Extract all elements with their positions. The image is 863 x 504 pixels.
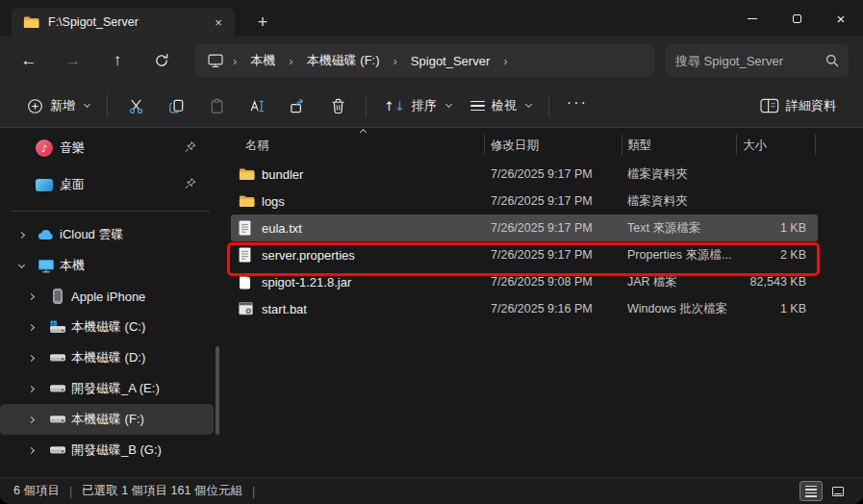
cut-button[interactable] [115,88,156,123]
desktop-icon [35,179,54,191]
sidebar-item-label: 本機磁碟 (D:) [71,349,145,366]
view-button[interactable]: 檢視 [461,88,541,123]
forward-button[interactable]: → [56,43,90,78]
navigation-bar: ← → ↑ › 本機 › 本機磁碟 (F:) › Spigot_Server › [0,37,863,85]
delete-button[interactable] [317,88,358,123]
chevron-right-icon[interactable] [23,412,38,427]
sidebar-item-drive-c[interactable]: 本機磁碟 (C:) [0,312,214,342]
breadcrumb-separator: › [392,54,399,68]
details-pane-icon [760,98,779,113]
breadcrumb-spigot-server[interactable]: Spigot_Server [403,51,497,71]
share-icon [289,97,307,115]
pin-icon[interactable] [185,141,196,156]
content-area: ♪ 音樂 桌面 iCloud 雲碟 本機 [0,128,863,477]
large-icons-view-button[interactable] [826,481,850,501]
column-divider[interactable] [622,135,622,155]
sidebar-item-drive-f[interactable]: 本機磁碟 (F:) [0,404,214,435]
chevron-right-icon[interactable] [23,381,38,396]
file-row-bundler[interactable]: bundler 7/26/2025 9:17 PM 檔案資料夾 [231,161,818,188]
sidebar-item-desktop[interactable]: 桌面 [0,166,214,203]
rename-button[interactable] [237,88,277,123]
sidebar-item-label: iCloud 雲碟 [60,226,123,243]
batch-file-icon [239,302,262,315]
maximize-icon [793,14,801,23]
tab-close-button[interactable]: × [208,12,229,33]
paste-button[interactable] [196,88,237,123]
file-date: 7/26/2025 9:17 PM [491,221,627,235]
chevron-right-icon[interactable] [23,319,38,335]
status-divider: | [69,485,72,498]
chevron-down-icon [445,101,452,108]
search-box [666,44,849,77]
ellipsis-icon: ··· [567,94,588,117]
refresh-button[interactable] [144,43,179,78]
column-header-name[interactable]: 名稱 [245,138,269,154]
chevron-right-icon[interactable] [13,227,29,242]
file-row-server-properties[interactable]: server.properties 7/26/2025 9:17 PM Prop… [231,241,818,268]
sidebar-item-icloud[interactable]: iCloud 雲碟 [0,219,214,250]
paste-icon [208,97,226,115]
file-size: 2 KB [746,248,806,262]
column-header-size[interactable]: 大小 [743,138,767,154]
details-view-icon [805,486,817,497]
sort-button-label: 排序 [412,97,437,114]
pin-icon[interactable] [185,178,196,192]
minimize-button[interactable] [730,0,774,37]
back-button[interactable]: ← [12,43,46,78]
sidebar-scrollbar[interactable] [216,346,219,435]
sidebar-item-drive-e[interactable]: 開發磁碟_A (E:) [0,373,214,404]
details-pane-button[interactable]: 詳細資料 [750,88,846,123]
column-header-type[interactable]: 類型 [627,138,651,154]
sidebar-item-label: 開發磁碟_A (E:) [71,380,160,397]
file-name: start.bat [262,302,491,316]
sidebar-item-drive-d[interactable]: 本機磁碟 (D:) [0,342,214,373]
new-button[interactable]: 新增 [17,88,99,123]
column-divider[interactable] [484,135,485,155]
music-icon: ♪ [35,139,54,157]
column-divider[interactable] [736,135,737,155]
explorer-tab[interactable]: F:\Spigot_Server × [12,8,235,37]
chevron-right-icon[interactable] [23,350,38,365]
breadcrumb-separator: › [501,54,509,68]
file-date: 7/26/2025 9:17 PM [491,167,627,181]
file-date: 7/26/2025 9:16 PM [491,302,627,315]
file-type: JAR 檔案 [627,274,746,290]
sidebar-item-apple-iphone[interactable]: Apple iPhone [0,281,214,312]
up-button[interactable]: ↑ [100,43,135,78]
sidebar-item-this-pc[interactable]: 本機 [0,250,214,281]
more-options-button[interactable]: ··· [557,88,597,123]
search-input[interactable] [675,54,825,68]
file-list: 名稱 修改日期 類型 大小 bundler 7/26/2025 9:17 PM … [221,128,863,477]
trash-icon [330,97,346,115]
copy-icon [167,97,186,115]
file-row-start-bat[interactable]: start.bat 7/26/2025 9:16 PM Windows 批次檔案… [231,295,818,322]
sidebar-item-label: 開發磁碟_B (G:) [71,441,162,459]
toolbar-divider [548,94,549,117]
file-name: eula.txt [262,221,491,236]
sort-button[interactable]: ↑↓ 排序 [374,88,461,123]
column-header-date[interactable]: 修改日期 [491,138,539,154]
close-button[interactable]: × [819,0,863,37]
this-pc-crumb[interactable] [204,54,227,68]
file-row-eula-txt[interactable]: eula.txt 7/26/2025 9:17 PM Text 來源檔案 1 K… [231,214,818,241]
sidebar-item-label: 本機 [60,257,85,274]
breadcrumb-drive-f[interactable]: 本機磁碟 (F:) [299,49,388,72]
rename-icon [248,97,267,115]
column-divider[interactable] [815,135,816,155]
details-view-button[interactable] [800,481,823,501]
address-bar: › 本機 › 本機磁碟 (F:) › Spigot_Server › [194,44,654,77]
breadcrumb-this-pc[interactable]: 本機 [242,49,283,72]
close-icon: × [837,12,846,26]
sidebar-item-music[interactable]: ♪ 音樂 [0,130,214,166]
share-button[interactable] [277,88,317,123]
file-row-logs[interactable]: logs 7/26/2025 9:17 PM 檔案資料夾 [231,188,818,214]
chevron-down-icon[interactable] [13,258,29,273]
file-row-spigot-jar[interactable]: spigot-1.21.8.jar 7/26/2025 9:08 PM JAR … [231,268,818,295]
sidebar-item-drive-g[interactable]: 開發磁碟_B (G:) [0,435,214,466]
maximize-button[interactable] [774,0,819,37]
new-tab-button[interactable]: + [248,9,277,36]
this-pc-icon [37,259,56,273]
copy-button[interactable] [156,88,196,123]
chevron-right-icon[interactable] [23,442,38,458]
chevron-right-icon[interactable] [23,289,38,304]
